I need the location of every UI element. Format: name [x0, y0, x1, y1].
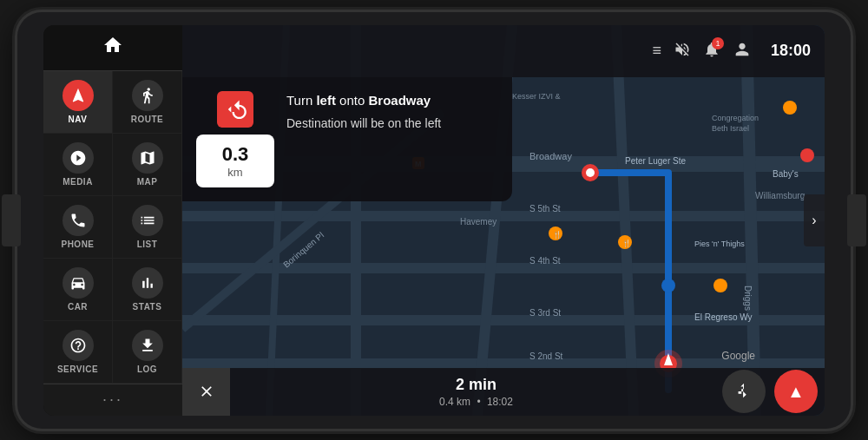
car-icon-bg: [62, 267, 94, 299]
eta-separator: •: [477, 396, 480, 408]
compass-arrow-icon: ▲: [787, 382, 805, 402]
log-label: LOG: [137, 364, 157, 374]
stats-label: STATS: [133, 302, 162, 312]
sidebar-item-list[interactable]: LIST: [113, 196, 182, 259]
notification-bell[interactable]: 1: [703, 41, 720, 62]
service-icon-bg: [62, 330, 94, 361]
nav-grid: NAV ROUTE MEDIA: [43, 71, 182, 384]
svg-text:Beth Israel: Beth Israel: [712, 124, 749, 133]
route-icon-bg: [132, 80, 163, 111]
phone-label: PHONE: [61, 240, 94, 249]
map-label: MAP: [137, 177, 158, 187]
log-icon-bg: [132, 330, 163, 361]
eta-distance: 0.4 km: [439, 396, 470, 408]
distance-unit: km: [208, 166, 262, 179]
navigation-instruction-card: 0.3 km Turn left onto Broadway Destinati…: [182, 77, 512, 201]
bottom-navigation-bar: 2 min 0.4 km • 18:02 ▲: [182, 368, 825, 416]
bracket-right: [847, 194, 866, 246]
eta-info: 2 min 0.4 km • 18:02: [230, 376, 722, 408]
expand-button[interactable]: ›: [804, 194, 825, 246]
compass-button[interactable]: ▲: [774, 370, 818, 413]
navigation-text: Turn left onto Broadway Destination will…: [286, 91, 441, 130]
car-label: CAR: [68, 302, 88, 312]
sidebar-home-button[interactable]: [43, 25, 182, 72]
sidebar-more-button[interactable]: ···: [43, 384, 182, 415]
sidebar-item-phone[interactable]: PHONE: [43, 196, 113, 259]
svg-point-30: [661, 279, 675, 292]
route-label: ROUTE: [131, 115, 164, 124]
destination-text: Destination will be on the left: [286, 116, 441, 130]
device-frame: NAV ROUTE MEDIA: [17, 12, 851, 429]
svg-text:Congregation: Congregation: [712, 114, 759, 122]
sidebar-item-log[interactable]: LOG: [113, 321, 182, 384]
chevron-right-icon: ›: [812, 213, 816, 228]
sidebar-item-route[interactable]: ROUTE: [113, 71, 182, 134]
svg-text:Driggs: Driggs: [743, 286, 753, 311]
svg-text:S 5th St: S 5th St: [529, 204, 561, 213]
svg-text:S 3rd St: S 3rd St: [529, 308, 561, 318]
svg-text:Broadway: Broadway: [529, 151, 572, 161]
phone-icon-bg: [62, 205, 94, 236]
svg-point-21: [586, 168, 595, 177]
svg-text:Kesser IZVI &: Kesser IZVI &: [512, 92, 561, 101]
eta-arrival: 18:02: [487, 396, 513, 408]
eta-time: 2 min: [456, 376, 496, 394]
sidebar-item-car[interactable]: CAR: [43, 259, 113, 321]
svg-text:🍴: 🍴: [622, 239, 631, 247]
list-icon-bg: [132, 205, 163, 236]
bracket-left: [2, 194, 21, 246]
media-label: MEDIA: [62, 177, 93, 187]
turn-instruction: Turn left onto Broadway: [286, 91, 441, 109]
mute-icon[interactable]: [674, 41, 691, 62]
nav-icon-bg: [62, 80, 94, 111]
distance-value: 0.3: [208, 143, 262, 166]
sidebar-item-nav[interactable]: NAV: [43, 71, 113, 134]
svg-text:Havemey: Havemey: [460, 217, 496, 227]
svg-text:S 2nd St: S 2nd St: [529, 351, 563, 361]
sidebar-item-service[interactable]: SERVICE: [43, 321, 113, 384]
service-label: SERVICE: [57, 364, 98, 374]
svg-point-32: [783, 101, 797, 115]
more-dots: ···: [102, 391, 123, 409]
stats-icon-bg: [132, 267, 163, 299]
svg-text:Baby's: Baby's: [773, 169, 799, 179]
distance-box: 0.3 km: [196, 135, 274, 187]
google-label: Google: [721, 350, 755, 362]
svg-text:Williamsburg: Williamsburg: [755, 191, 805, 200]
reroute-button[interactable]: [722, 370, 766, 413]
menu-icon[interactable]: ≡: [652, 42, 661, 60]
svg-point-29: [713, 279, 727, 292]
notification-badge: 1: [712, 37, 724, 49]
profile-icon[interactable]: [733, 40, 752, 62]
svg-text:Peter Luger Ste: Peter Luger Ste: [625, 156, 686, 166]
svg-text:El Regreso Wy: El Regreso Wy: [694, 312, 753, 322]
sidebar-item-map[interactable]: MAP: [113, 134, 182, 196]
home-icon: [102, 35, 123, 61]
sidebar-item-media[interactable]: MEDIA: [43, 134, 113, 196]
map-icon-bg: [132, 142, 163, 174]
svg-text:S 4th St: S 4th St: [529, 256, 561, 266]
screen: NAV ROUTE MEDIA: [43, 25, 825, 416]
sidebar-item-stats[interactable]: STATS: [113, 259, 182, 321]
svg-text:🍴: 🍴: [553, 230, 562, 239]
top-bar: ≡ 1: [182, 25, 825, 77]
clock-display: 18:00: [771, 42, 811, 60]
eta-details: 0.4 km • 18:02: [439, 396, 513, 408]
svg-point-31: [800, 148, 814, 162]
svg-text:Pies 'n' Thighs: Pies 'n' Thighs: [694, 240, 745, 248]
list-label: LIST: [137, 240, 158, 249]
turn-icon-box: [217, 91, 253, 128]
sidebar: NAV ROUTE MEDIA: [43, 25, 182, 416]
main-map-area: Broadway S 5th St S 4th St S 3rd St S 2n…: [182, 25, 825, 416]
media-icon-bg: [62, 142, 94, 174]
close-navigation-button[interactable]: [182, 368, 230, 416]
nav-label: NAV: [69, 115, 88, 124]
